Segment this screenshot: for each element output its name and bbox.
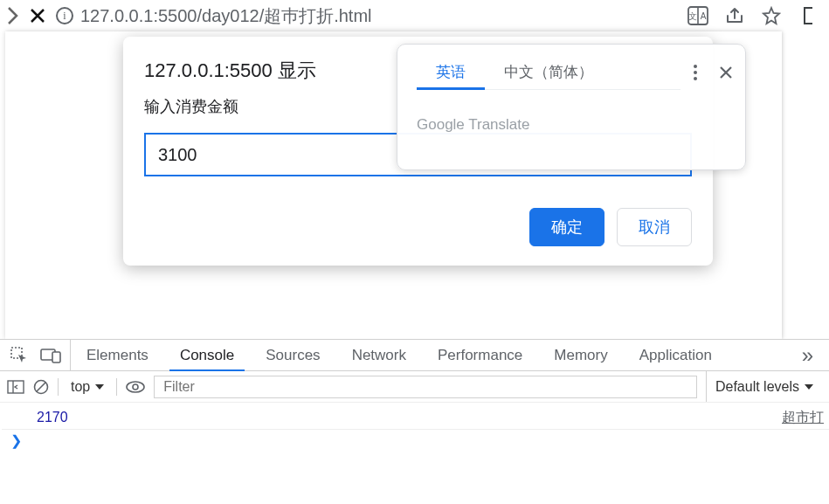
translate-tab-source[interactable]: 英语 <box>417 55 485 89</box>
translate-close-icon[interactable] <box>719 66 733 79</box>
svg-text:A: A <box>701 11 707 21</box>
execution-context-select[interactable]: top <box>67 379 107 395</box>
devtools-tabs: Elements Console Sources Network Perform… <box>0 340 829 371</box>
share-icon[interactable] <box>724 6 745 25</box>
svg-point-4 <box>694 71 697 74</box>
prompt-actions: 确定 取消 <box>144 208 692 246</box>
forward-fragment-icon[interactable] <box>7 6 19 25</box>
translate-tabs: 英语 中文（简体） <box>417 55 733 89</box>
console-prompt-icon: ❯ <box>10 432 22 449</box>
prompt-cancel-button[interactable]: 取消 <box>617 208 692 246</box>
console-sidebar-toggle-icon[interactable] <box>7 380 24 394</box>
svg-point-3 <box>694 65 697 68</box>
translate-icon[interactable]: 文A <box>687 6 708 25</box>
inspect-element-icon[interactable] <box>10 347 28 364</box>
svg-point-12 <box>133 384 138 390</box>
prompt-ok-button[interactable]: 确定 <box>529 208 604 246</box>
stop-reload-icon[interactable] <box>30 8 45 24</box>
console-filter-input[interactable] <box>154 376 697 398</box>
tab-performance[interactable]: Performance <box>422 340 538 370</box>
tab-sources[interactable]: Sources <box>250 340 335 370</box>
address-bar[interactable]: i 127.0.0.1:5500/day012/超巿打折.html <box>56 4 677 28</box>
levels-label: Default levels <box>715 379 799 395</box>
console-toolbar: top Default levels <box>0 371 829 403</box>
svg-text:文: 文 <box>688 11 697 21</box>
console-log-value: 2170 <box>37 410 68 425</box>
browser-action-icons: 文A <box>687 6 822 25</box>
tab-console[interactable]: Console <box>164 340 250 370</box>
live-expression-icon[interactable] <box>126 381 145 393</box>
browser-toolbar: i 127.0.0.1:5500/day012/超巿打折.html 文A <box>0 0 829 31</box>
tab-application[interactable]: Application <box>624 340 728 370</box>
tab-elements[interactable]: Elements <box>71 340 164 370</box>
translate-menu-icon[interactable] <box>693 64 698 81</box>
tab-network[interactable]: Network <box>336 340 422 370</box>
context-label: top <box>71 379 90 395</box>
translate-popover: 英语 中文（简体） Google Translate <box>397 44 746 170</box>
log-levels-select[interactable]: Default levels <box>706 371 822 402</box>
clear-console-icon[interactable] <box>33 379 49 395</box>
window-fragment-icon <box>798 6 819 25</box>
page-viewport: 127.0.0.1:5500 显示 输入消费金额 确定 取消 英语 中文（简体）… <box>5 31 782 339</box>
svg-point-11 <box>127 382 144 392</box>
bookmark-star-icon[interactable] <box>761 6 782 25</box>
url-text: 127.0.0.1:5500/day012/超巿打折.html <box>80 4 372 28</box>
devtools-panel: Elements Console Sources Network Perform… <box>0 339 829 504</box>
svg-rect-8 <box>52 352 60 362</box>
translate-brand: Google Translate <box>417 116 733 134</box>
svg-point-5 <box>694 77 697 80</box>
dropdown-triangle-icon <box>95 384 104 390</box>
console-log-source[interactable]: 超市打 <box>782 409 829 427</box>
console-input-row[interactable]: ❯ <box>2 429 829 452</box>
console-output: 2170 超市打 ❯ <box>0 403 829 452</box>
tab-memory[interactable]: Memory <box>538 340 623 370</box>
device-toolbar-icon[interactable] <box>40 348 61 363</box>
dropdown-triangle-icon <box>805 384 813 390</box>
translate-tab-target[interactable]: 中文（简体） <box>485 55 612 89</box>
tabs-overflow-icon[interactable]: » <box>802 343 824 368</box>
console-log-row[interactable]: 2170 超市打 <box>2 406 829 429</box>
site-info-icon[interactable]: i <box>56 7 73 24</box>
